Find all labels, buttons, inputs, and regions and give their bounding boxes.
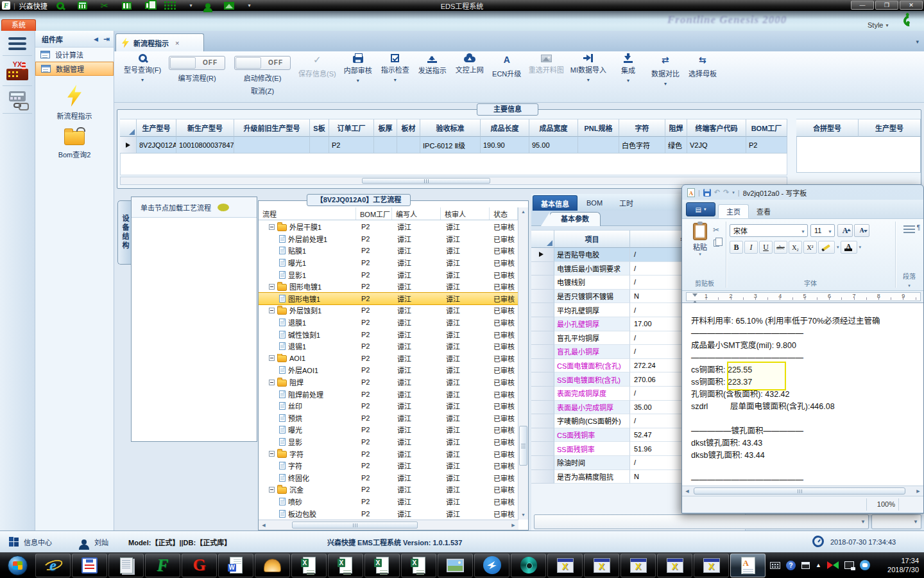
flow-column-header[interactable]: 编写人 [392,207,441,220]
flow-tree-row[interactable]: 退膜1P2谭江谭江已审核 [259,317,518,329]
copy-icon[interactable] [714,240,719,247]
taskbar-item-excel-document[interactable]: X [364,554,400,577]
window-tray-icon[interactable] [801,562,810,569]
ribbon-button[interactable]: ⇆选择母板 [684,51,721,78]
lightning-icon[interactable] [66,85,83,107]
format-button-X₂[interactable]: X₂ [789,241,802,254]
flow-tree-row[interactable]: 丝印P2谭江谭江已审核 [259,400,518,412]
flow-tree-row[interactable]: 外层AOI1P2谭江谭江已审核 [259,364,518,376]
taskbar-item-x-window[interactable]: X [620,554,656,577]
search-icon[interactable] [56,2,64,10]
taskbar-item-x-window[interactable]: X [694,554,729,577]
taskbar-item-print-queue[interactable] [108,554,144,577]
calculator-icon[interactable] [78,1,87,10]
scroll-right-icon[interactable]: ▶ [508,520,518,530]
undo-icon[interactable]: ↶ [714,188,720,197]
dropdown-caret-icon[interactable]: ▾ [613,78,644,83]
wordpad-tab-查看[interactable]: 查看 [749,204,778,218]
expander-icon[interactable] [269,284,275,290]
format-button-X²[interactable]: X² [803,241,817,254]
flow-tree-row[interactable]: 显影1P2谭江谭江已审核 [259,268,518,281]
graphics-tray-icon[interactable] [827,561,839,570]
app-menu-button[interactable]: ▤▾ [686,202,715,216]
toggle-switch[interactable]: OFF [169,56,225,70]
expander-icon[interactable] [269,224,275,230]
minimize-button[interactable]: — [851,1,874,10]
dropdown-caret-icon[interactable]: ▾ [380,77,411,83]
select-all-corner[interactable] [531,230,554,248]
taskbar-item-wordpad[interactable]: A [730,554,766,577]
tab-基本信息[interactable]: 基本信息 [533,195,578,211]
format-button-abe[interactable]: abe [774,241,787,254]
ribbon-button[interactable]: 集成▾ [610,51,647,83]
user-icon[interactable] [205,3,210,8]
hamburger-menu-icon[interactable] [8,37,26,50]
link-calculator-icon[interactable] [0,91,35,108]
format-button-I[interactable]: I [744,241,758,254]
flow-tree-row[interactable]: 贴膜1P2谭江谭江已审核 [259,245,518,257]
tab-new-flow-instruction[interactable]: 新流程指示 × [116,33,204,51]
flow-tree-row[interactable]: 终固化P2谭江谭江已审核 [259,471,518,484]
column-header[interactable]: 成品长度 [481,119,529,137]
scrollbar-thumb[interactable] [292,521,418,529]
column-header[interactable]: 生产型号 [137,119,176,137]
wordpad-tab-主页[interactable]: 主页 [718,204,749,218]
dropdown-caret-icon[interactable]: ▾ [343,78,373,83]
info-center-icon[interactable] [9,537,19,547]
messenger-tray-icon[interactable] [860,560,870,570]
column-header[interactable]: BOM工厂 [746,119,787,137]
vertical-scrollbar[interactable]: ▲ ▼ [518,207,528,520]
flow-tree-row[interactable]: 曝光P2谭江谭江已审核 [259,424,518,436]
dropdown-caret-icon[interactable]: ▾ [124,77,161,83]
ribbon-button[interactable]: MI数据导入▾ [567,51,610,83]
expander-icon[interactable] [269,355,275,361]
scrollbar-thumb[interactable] [519,426,527,466]
dropdown-caret-icon[interactable]: ▾ [248,3,250,8]
close-button[interactable]: ✕ [900,1,923,10]
taskbar-item-excel-document[interactable]: X [401,554,436,577]
caret-icon[interactable]: ▾ [837,245,839,250]
tool-label[interactable]: Bom查询2 [35,149,114,159]
column-header[interactable]: 项目 [554,230,630,248]
scroll-right-icon[interactable]: ▶ [913,487,923,496]
scroll-left-icon[interactable]: ◀ [259,520,269,530]
tab-basic-params[interactable]: 基本参数 [549,212,601,226]
taskbar-item-media-app[interactable] [511,554,546,577]
main-table-row[interactable]: 8V2JQ012A010010800037847P2IPC-6012 Ⅱ级190… [120,137,787,153]
flow-tree-row[interactable]: 预烘P2谭江谭江已审核 [259,412,518,425]
flow-column-header[interactable]: 核审人 [441,207,490,220]
ribbon-button[interactable]: 文控上网 [451,51,488,74]
info-center-label[interactable]: 信息中心 [24,537,52,547]
flow-column-header[interactable]: BOM工厂 [356,207,392,220]
scissors-icon[interactable]: ✂ [101,1,109,10]
expander-icon[interactable] [269,380,275,385]
taskbar-item-g-app[interactable]: G [182,554,217,577]
save-icon[interactable] [703,189,711,197]
copy-icon[interactable] [145,2,151,9]
sidebar-item-数据管理[interactable]: 数据管理 [35,62,114,76]
ribbon-button[interactable]: AECN升级 [488,51,526,78]
flow-tree-row[interactable]: 沉金P2谭江谭江已审核 [259,484,518,496]
tab-工时[interactable]: 工时 [612,195,641,211]
expander-icon[interactable] [269,308,275,313]
tab-BOM[interactable]: BOM [579,195,610,211]
yx-factory-icon[interactable]: YX [0,61,35,80]
flow-tree-row[interactable]: 图形电镀1P2谭江谭江已审核 [259,281,518,293]
column-header[interactable]: 生产型号 [859,119,921,137]
format-button-U[interactable]: U [759,241,773,254]
cut-icon[interactable]: ✂ [713,225,719,234]
start-button[interactable] [0,552,35,578]
sidebar-item-设计算法[interactable]: 设计算法 [35,48,114,62]
taskbar-item-dingtalk[interactable] [474,554,509,577]
scroll-up-icon[interactable]: ▲ [518,207,528,216]
scrollbar-thumb[interactable] [694,487,905,495]
document-editor[interactable]: 开料利用率: 65.10% (利用率低于70%必须经过主管确——————————… [682,302,923,486]
column-header[interactable]: 成品宽度 [529,119,578,137]
folder-icon[interactable] [64,131,85,145]
taskbar-item-x-window[interactable]: X [584,554,619,577]
expander-icon[interactable] [269,487,275,493]
column-header[interactable]: 板材 [397,119,420,137]
taskbar-item-f-app[interactable]: F [145,554,180,577]
flow-tree-row[interactable]: 退锡1P2谭江谭江已审核 [259,340,518,353]
keyboard-tray-icon[interactable] [770,562,780,569]
